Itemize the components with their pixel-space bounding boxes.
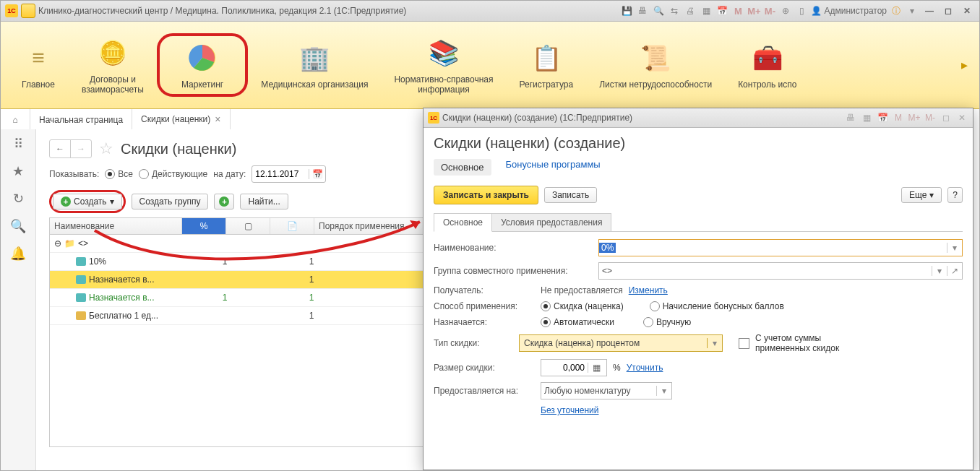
radio-active[interactable]: Действующие: [139, 169, 207, 179]
col-icon3[interactable]: 📄: [270, 218, 314, 234]
nav-back-forward: ← →: [49, 139, 92, 158]
titlebar-menu-dropdown[interactable]: [21, 4, 35, 18]
back-button[interactable]: ←: [50, 140, 71, 157]
plus-icon: +: [61, 196, 71, 207]
zoom-icon[interactable]: ⊕: [779, 4, 792, 17]
favorite-star-icon[interactable]: ☆: [99, 139, 113, 158]
print2-icon[interactable]: 🖨: [684, 4, 697, 17]
apps-icon[interactable]: ⠿: [11, 137, 25, 151]
no-refinements-link[interactable]: Без уточнений: [541, 405, 598, 415]
btn-label: Еще: [909, 190, 927, 200]
calendar-picker-icon[interactable]: 📅: [309, 169, 325, 179]
dialog-restore-button[interactable]: ◻: [940, 112, 953, 124]
close-button[interactable]: ✕: [959, 4, 975, 17]
dlg-tab-bonus[interactable]: Бонусные программы: [506, 159, 601, 176]
nav-sickleave[interactable]: 📜 Листки нетрудоспособности: [586, 36, 725, 94]
type-select[interactable]: Скидка (наценка) процентом▾: [519, 334, 723, 352]
nav-more-icon[interactable]: ▸: [957, 57, 972, 73]
nav-marketing[interactable]: Маркетинг: [157, 33, 248, 97]
dlg-tab-main[interactable]: Основное: [434, 159, 491, 176]
size-input[interactable]: ▦: [541, 359, 607, 376]
radio-auto[interactable]: Автоматически: [541, 317, 614, 327]
panel-icon[interactable]: ▯: [795, 4, 808, 17]
label-type: Тип скидки:: [434, 338, 513, 348]
calc-icon[interactable]: ▦: [860, 112, 873, 124]
name-field[interactable]: [616, 243, 947, 253]
m-minus-icon[interactable]: M-: [763, 4, 776, 17]
refine-link[interactable]: Уточнить: [627, 363, 663, 373]
show-label: Показывать:: [49, 169, 99, 179]
provides-select[interactable]: Любую номенклатуру▾: [541, 382, 672, 399]
search-sidebar-icon[interactable]: 🔍: [11, 219, 25, 233]
favorite-icon[interactable]: ★: [11, 164, 25, 178]
group-input[interactable]: <>▾↗: [598, 262, 963, 280]
forward-button[interactable]: →: [71, 140, 91, 157]
calendar-icon[interactable]: 📅: [876, 112, 889, 124]
dropdown-icon[interactable]: ▾: [707, 338, 722, 348]
radio-manual[interactable]: Вручную: [643, 317, 691, 327]
subtab-conditions[interactable]: Условия предоставления: [491, 213, 611, 231]
dlg-more-button[interactable]: Еще ▾: [901, 187, 942, 203]
dropdown-icon[interactable]: ▾: [656, 386, 671, 396]
info-dropdown-icon[interactable]: ▾: [906, 4, 919, 17]
find-button[interactable]: Найти...: [240, 194, 288, 209]
col-icon1[interactable]: %: [182, 218, 226, 234]
minimize-button[interactable]: —: [921, 4, 937, 17]
save-icon[interactable]: 💾: [620, 4, 633, 17]
name-input[interactable]: 0%▾: [598, 239, 963, 256]
subtab-main[interactable]: Основное: [434, 213, 492, 232]
copy-button[interactable]: +: [214, 194, 234, 209]
history-icon[interactable]: ↻: [11, 191, 25, 206]
nav-reference[interactable]: 📚 Нормативно-справочная информация: [381, 31, 506, 99]
info-icon[interactable]: ⓘ: [890, 4, 903, 17]
m-plus-icon[interactable]: M+: [908, 112, 921, 124]
date-field[interactable]: [252, 169, 309, 179]
save-close-button[interactable]: Записать и закрыть: [434, 186, 538, 204]
change-link[interactable]: Изменить: [629, 285, 668, 295]
nav-control[interactable]: 🧰 Контроль испо: [725, 36, 809, 94]
collapse-icon[interactable]: ⊖: [54, 238, 61, 249]
input-value: <>: [599, 266, 932, 276]
print-icon[interactable]: 🖶: [844, 112, 857, 124]
radio-dot-icon: [650, 301, 660, 311]
calendar-icon[interactable]: 📅: [715, 4, 728, 17]
tab-start-page[interactable]: Начальная страница: [30, 109, 132, 131]
calc-icon[interactable]: ▦: [700, 4, 713, 17]
tab-close-icon[interactable]: ×: [215, 113, 220, 125]
m-icon[interactable]: M: [731, 4, 744, 17]
cell: 1: [290, 255, 333, 268]
date-input[interactable]: 📅: [252, 165, 326, 183]
create-button[interactable]: +Создать ▾: [53, 194, 122, 209]
dropdown-icon[interactable]: ▾: [947, 243, 962, 253]
help-button[interactable]: ?: [947, 187, 963, 203]
col-name[interactable]: Наименование: [50, 218, 182, 234]
nav-main[interactable]: ≡ Главное: [8, 36, 69, 94]
save-button[interactable]: Записать: [544, 187, 597, 203]
sum-checkbox[interactable]: [739, 338, 749, 349]
compare-icon[interactable]: ⇆: [668, 4, 681, 17]
dialog-close-button[interactable]: ✕: [955, 112, 968, 124]
nav-registry[interactable]: 📋 Регистратура: [507, 36, 587, 94]
open-icon[interactable]: ↗: [947, 266, 962, 276]
user-label[interactable]: 👤 Администратор: [811, 6, 887, 16]
maximize-button[interactable]: ◻: [940, 4, 956, 17]
dropdown-icon[interactable]: ▾: [932, 266, 947, 276]
nav-medorg[interactable]: 🏢 Медицинская организация: [248, 36, 381, 94]
nav-contracts[interactable]: 🪙 Договоры и взаиморасчеты: [69, 31, 157, 99]
preview-icon[interactable]: 🔍: [652, 4, 665, 17]
m-plus-icon[interactable]: M+: [747, 4, 760, 17]
cell: 1: [290, 291, 333, 304]
calc-icon[interactable]: ▦: [588, 363, 604, 373]
m-minus-icon[interactable]: M-: [924, 112, 937, 124]
size-field[interactable]: [541, 363, 588, 373]
create-group-button[interactable]: Создать группу: [132, 194, 209, 209]
radio-bonus[interactable]: Начисление бонусных баллов: [650, 301, 784, 311]
tab-home-icon[interactable]: ⌂: [1, 109, 30, 131]
col-icon2[interactable]: ▢: [226, 218, 270, 234]
print-icon[interactable]: 🖶: [636, 4, 649, 17]
tab-discounts[interactable]: Скидки (наценки) ×: [132, 109, 230, 131]
radio-discount[interactable]: Скидка (наценка): [541, 301, 624, 311]
radio-all[interactable]: Все: [105, 169, 133, 179]
notifications-icon[interactable]: 🔔: [11, 246, 25, 261]
m-icon[interactable]: M: [892, 112, 905, 124]
